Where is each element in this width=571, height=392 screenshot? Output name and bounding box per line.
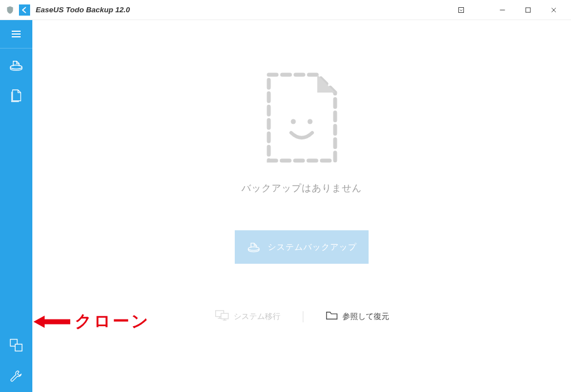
- sidebar-clone-button[interactable]: [0, 330, 32, 361]
- system-transfer-link: システム移行: [215, 309, 280, 324]
- dropdown-button[interactable]: [448, 2, 474, 18]
- close-button[interactable]: [541, 2, 567, 18]
- sidebar: [0, 20, 32, 392]
- folder-icon: [326, 310, 338, 323]
- maximize-button[interactable]: [515, 2, 541, 18]
- empty-message: バックアップはありません: [241, 182, 362, 195]
- svg-point-11: [291, 119, 296, 124]
- window-title: EaseUS Todo Backup 12.0: [36, 6, 130, 14]
- disk-file-icon: [246, 239, 261, 255]
- sidebar-file-backup-button[interactable]: [0, 80, 32, 111]
- svg-point-13: [248, 247, 259, 251]
- svg-point-12: [307, 119, 312, 124]
- svg-rect-0: [459, 7, 464, 12]
- browse-restore-link[interactable]: 参照して復元: [326, 310, 389, 323]
- bottom-links: システム移行 参照して復元: [215, 309, 389, 324]
- window-controls: [448, 2, 567, 18]
- svg-point-8: [11, 65, 22, 69]
- sidebar-system-backup-button[interactable]: [0, 49, 32, 80]
- titlebar: EaseUS Todo Backup 12.0: [0, 0, 571, 20]
- brand-back-icon: [19, 4, 30, 16]
- menu-button[interactable]: [0, 20, 32, 48]
- sidebar-tools-button[interactable]: [0, 361, 32, 392]
- main-content: バックアップはありません システムバックアップ: [32, 20, 571, 392]
- system-transfer-label: システム移行: [234, 312, 280, 322]
- app-shield-icon: [4, 4, 16, 16]
- system-backup-button[interactable]: システムバックアップ: [235, 230, 369, 264]
- vertical-divider: [303, 311, 303, 322]
- system-backup-label: システムバックアップ: [268, 242, 357, 253]
- svg-rect-10: [15, 344, 22, 351]
- svg-rect-17: [221, 313, 228, 319]
- svg-rect-2: [526, 7, 530, 12]
- minimize-button[interactable]: [490, 2, 515, 18]
- empty-state: バックアップはありません: [241, 70, 362, 195]
- monitors-icon: [215, 309, 229, 324]
- empty-file-smile-icon: [264, 70, 340, 165]
- browse-restore-label: 参照して復元: [342, 312, 389, 322]
- titlebar-left: EaseUS Todo Backup 12.0: [4, 4, 448, 16]
